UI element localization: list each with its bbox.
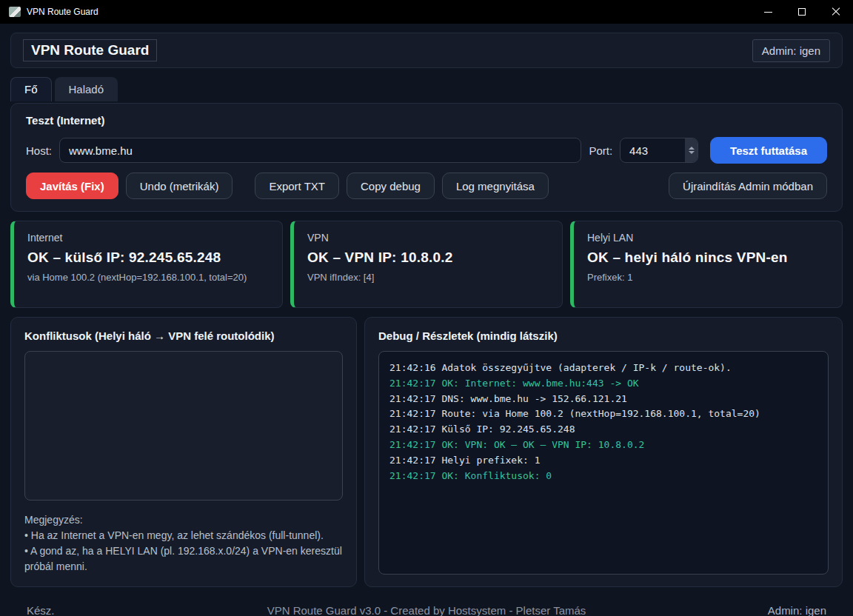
log-line: 21:42:17 Helyi prefixek: 1 <box>389 453 817 469</box>
status-bar: Kész. VPN Route Guard v3.0 - Created by … <box>0 596 853 616</box>
minimize-icon <box>764 12 772 13</box>
host-input[interactable] <box>59 138 581 163</box>
log-line: 21:42:17 OK: Internet: www.bme.hu:443 ->… <box>389 376 817 392</box>
log-line: 21:42:17 DNS: www.bme.hu -> 152.66.121.2… <box>389 392 817 407</box>
app-window: VPN Route Guard VPN Route Guard Admin: i… <box>0 0 853 616</box>
card-detail: via Home 100.2 (nextHop=192.168.100.1, t… <box>27 271 269 284</box>
log-line: 21:42:17 OK: VPN: OK – OK – VPN IP: 10.8… <box>389 438 817 453</box>
card-headline: OK – helyi háló nincs VPN-en <box>587 250 829 266</box>
footer-credit: VPN Route Guard v3.0 - Created by Hostsy… <box>204 604 649 616</box>
conflicts-notes: Megjegyzés: • Ha az Internet a VPN-en me… <box>24 512 343 575</box>
restart-admin-button[interactable]: Újraindítás Admin módban <box>669 173 827 199</box>
window-title: VPN Route Guard <box>27 7 751 17</box>
card-headline: OK – külső IP: 92.245.65.248 <box>27 250 269 266</box>
log-line: 21:42:17 Külső IP: 92.245.65.248 <box>389 422 817 438</box>
debug-panel: Debug / Részletek (mindig látszik) 21:42… <box>364 317 843 587</box>
page-title: VPN Route Guard <box>23 39 157 61</box>
tab-bar: Fő Haladó <box>10 77 843 101</box>
conflict-list[interactable] <box>24 351 343 500</box>
host-row: Host: Port: Teszt futtatása <box>26 137 827 164</box>
card-detail: Prefixek: 1 <box>587 271 829 284</box>
undo-button[interactable]: Undo (metrikák) <box>126 173 233 199</box>
log-line: 21:42:17 OK: Konfliktusok: 0 <box>389 469 817 484</box>
status-text: Kész. <box>27 604 204 616</box>
app-icon <box>9 7 21 17</box>
card-title: Helyi LAN <box>587 232 829 244</box>
run-test-button[interactable]: Teszt futtatása <box>710 137 827 164</box>
titlebar: VPN Route Guard <box>0 0 853 24</box>
copy-debug-button[interactable]: Copy debug <box>347 173 435 199</box>
host-label: Host: <box>26 144 52 157</box>
status-cards: Internet OK – külső IP: 92.245.65.248 vi… <box>10 221 843 308</box>
note-line: • A gond az, ha a HELYI LAN (pl. 192.168… <box>24 543 343 575</box>
log-line: 21:42:17 Route: via Home 100.2 (nextHop=… <box>389 406 817 422</box>
conflicts-title: Konfliktusok (Helyi háló → VPN felé rout… <box>24 329 343 342</box>
note-title: Megjegyzés: <box>24 512 343 528</box>
bottom-row: Konfliktusok (Helyi háló → VPN felé rout… <box>10 317 843 587</box>
port-spinner[interactable] <box>685 138 698 162</box>
port-field <box>620 138 698 163</box>
card-headline: OK – VPN IP: 10.8.0.2 <box>307 250 549 266</box>
status-card-internet: Internet OK – külső IP: 92.245.65.248 vi… <box>10 221 283 308</box>
maximize-icon <box>798 8 806 16</box>
actions-row: Javítás (Fix) Undo (metrikák) Export TXT… <box>26 173 827 199</box>
log-line: 21:42:16 Adatok összegyűjtve (adapterek … <box>389 361 817 376</box>
close-icon <box>832 7 840 16</box>
app-header: VPN Route Guard Admin: igen <box>10 33 843 68</box>
fix-button[interactable]: Javítás (Fix) <box>26 173 118 199</box>
tab-halado[interactable]: Haladó <box>55 77 118 101</box>
card-title: Internet <box>27 232 269 244</box>
spinner-down-icon <box>689 151 695 154</box>
test-panel: Teszt (Internet) Host: Port: Teszt futta… <box>10 103 843 212</box>
card-detail: VPN ifIndex: [4] <box>307 271 549 284</box>
status-card-vpn: VPN OK – VPN IP: 10.8.0.2 VPN ifIndex: [… <box>290 221 563 308</box>
minimize-button[interactable] <box>751 0 785 24</box>
note-line: • Ha az Internet a VPN-en megy, az lehet… <box>24 528 343 543</box>
status-card-lan: Helyi LAN OK – helyi háló nincs VPN-en P… <box>570 221 843 308</box>
footer-admin-status: Admin: igen <box>649 604 826 616</box>
tab-fo[interactable]: Fő <box>10 77 52 101</box>
export-txt-button[interactable]: Export TXT <box>255 173 339 199</box>
conflicts-panel: Konfliktusok (Helyi háló → VPN felé rout… <box>10 317 357 587</box>
debug-log[interactable]: 21:42:16 Adatok összegyűjtve (adapterek … <box>378 351 829 575</box>
close-button[interactable] <box>819 0 853 24</box>
main-content: VPN Route Guard Admin: igen Fő Haladó Te… <box>0 24 853 596</box>
test-panel-title: Teszt (Internet) <box>26 114 827 127</box>
spinner-up-icon <box>689 147 695 150</box>
maximize-button[interactable] <box>785 0 819 24</box>
admin-status-badge: Admin: igen <box>752 39 830 62</box>
debug-title: Debug / Részletek (mindig látszik) <box>378 329 829 342</box>
card-title: VPN <box>307 232 549 244</box>
open-log-button[interactable]: Log megnyitása <box>442 173 549 199</box>
port-label: Port: <box>589 144 612 157</box>
